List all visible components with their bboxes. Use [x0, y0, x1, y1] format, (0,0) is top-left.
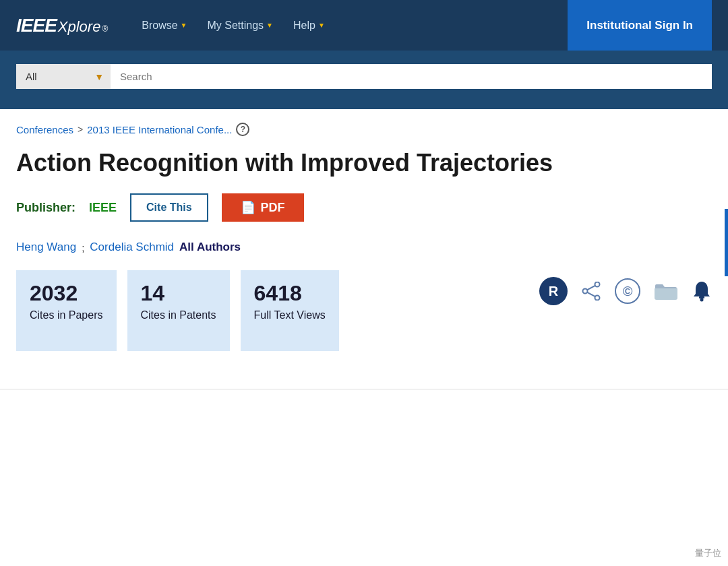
bell-icon [692, 280, 712, 302]
help-label: Help [293, 20, 315, 32]
pdf-button[interactable]: 📄 PDF [222, 193, 304, 222]
author-heng-wang[interactable]: Heng Wang [16, 241, 76, 254]
svg-point-1 [595, 296, 600, 301]
paper-title: Action Recognition with Improved Traject… [16, 148, 569, 177]
readcube-icon: R [539, 277, 568, 305]
readcube-button[interactable]: R [539, 277, 568, 305]
svg-point-6 [700, 298, 704, 302]
cites-patents-number: 14 [141, 281, 216, 306]
breadcrumb-separator: > [78, 124, 83, 135]
cites-papers-label: Cites in Papers [30, 309, 103, 323]
author-cordelia-schmid[interactable]: Cordelia Schmid [90, 241, 174, 254]
authors-row: Heng Wang ; Cordelia Schmid All Authors [16, 241, 712, 254]
breadcrumb: Conferences > 2013 IEEE International Co… [16, 123, 712, 136]
logo-xplore-text: Xplore [58, 18, 101, 36]
copyright-button[interactable]: © [615, 278, 640, 304]
all-authors-button[interactable]: All Authors [179, 241, 241, 254]
stat-box-cites-papers: 2032 Cites in Papers [16, 270, 117, 351]
scroll-indicator [725, 209, 728, 276]
stat-box-full-text-views: 6418 Full Text Views [241, 270, 339, 351]
my-settings-label: My Settings [208, 20, 264, 32]
breadcrumb-conferences[interactable]: Conferences [16, 124, 73, 135]
settings-chevron-icon: ▼ [266, 22, 273, 29]
alert-button[interactable] [692, 280, 712, 302]
svg-point-2 [583, 289, 588, 294]
copyright-icon: © [615, 278, 640, 304]
folder-icon [654, 282, 678, 301]
svg-line-4 [587, 292, 595, 296]
publisher-row: Publisher: IEEE Cite This 📄 PDF [16, 193, 712, 222]
main-content: Conferences > 2013 IEEE International Co… [0, 109, 728, 378]
svg-line-3 [587, 286, 595, 290]
bottom-divider [0, 389, 728, 389]
cites-papers-number: 2032 [30, 281, 103, 306]
browse-label: Browse [142, 20, 177, 32]
site-logo[interactable]: IEEE Xplore ® [16, 15, 108, 36]
full-text-views-label: Full Text Views [254, 309, 326, 323]
help-chevron-icon: ▼ [318, 22, 325, 29]
search-category-wrapper: All ▼ [16, 64, 111, 89]
search-category-select[interactable]: All [16, 64, 111, 89]
full-text-views-number: 6418 [254, 281, 326, 306]
folder-button[interactable] [654, 282, 678, 301]
logo-reg-symbol: ® [102, 24, 108, 34]
site-header: IEEE Xplore ® Browse ▼ My Settings ▼ Hel… [0, 0, 728, 51]
institutional-sign-in-button[interactable]: Institutional Sign In [568, 0, 712, 51]
nav-help[interactable]: Help ▼ [286, 14, 332, 37]
nav-browse[interactable]: Browse ▼ [135, 14, 193, 37]
author-separator: ; [82, 242, 84, 253]
stat-box-cites-patents: 14 Cites in Patents [127, 270, 230, 351]
svg-point-0 [595, 282, 600, 287]
publisher-label: Publisher: [16, 201, 75, 215]
cite-this-button[interactable]: Cite This [130, 193, 208, 222]
stats-icons-row: 2032 Cites in Papers 14 Cites in Patents… [16, 270, 712, 365]
pdf-label: PDF [261, 201, 285, 215]
publisher-value: IEEE [89, 201, 117, 215]
action-icons-row: R © [539, 270, 712, 305]
share-icon [581, 282, 601, 301]
breadcrumb-help-icon[interactable]: ? [236, 123, 249, 136]
stats-row: 2032 Cites in Papers 14 Cites in Patents… [16, 270, 339, 351]
search-input[interactable] [111, 64, 712, 89]
logo-ieee-text: IEEE [16, 15, 57, 36]
nav-my-settings[interactable]: My Settings ▼ [201, 14, 280, 37]
share-button[interactable] [581, 282, 601, 301]
main-nav: Browse ▼ My Settings ▼ Help ▼ [135, 14, 568, 37]
pdf-icon: 📄 [241, 200, 255, 215]
breadcrumb-conference-name[interactable]: 2013 IEEE International Confe... [87, 124, 232, 135]
browse-chevron-icon: ▼ [181, 22, 187, 29]
search-bar: All ▼ [0, 51, 728, 109]
cites-patents-label: Cites in Patents [141, 309, 216, 323]
